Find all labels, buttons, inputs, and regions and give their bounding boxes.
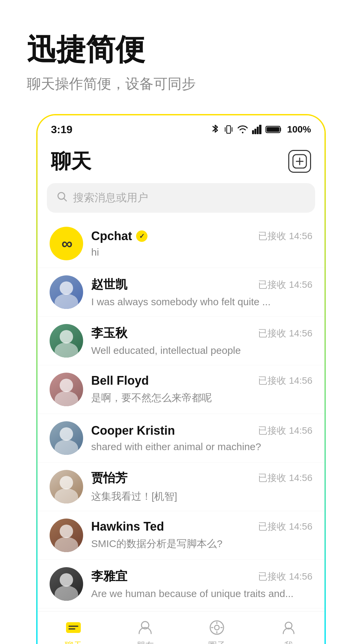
svg-rect-6 <box>259 125 261 134</box>
battery-percent: 100% <box>287 124 311 135</box>
chat-name-bf: Bell Floyd <box>91 374 149 388</box>
app-content: 聊天 搜索消息或用户 <box>38 141 324 644</box>
avatar-lyi <box>50 567 83 601</box>
avatar-lyq <box>50 324 83 358</box>
chat-name-lyi: 李雅宜 <box>91 568 127 585</box>
svg-rect-0 <box>227 126 231 133</box>
avatar-face-jyf <box>50 470 83 503</box>
phone-frame: 3:19 <box>36 114 326 644</box>
status-icons: 100% <box>210 124 311 135</box>
svg-rect-8 <box>267 127 280 132</box>
chat-body-lyi: 李雅宜 已接收 14:56 Are we human because of un… <box>91 568 312 599</box>
svg-rect-3 <box>252 130 254 134</box>
chat-meta-lyq: 已接收 14:56 <box>258 327 312 340</box>
chat-body-jyf: 贾怡芳 已接收 14:56 这集我看过！[机智] <box>91 470 312 503</box>
cpchat-logo-icon: ∞ <box>62 234 71 253</box>
nav-item-me[interactable]: 我 <box>265 618 312 644</box>
chat-item-lyi[interactable]: 李雅宜 已接收 14:56 Are we human because of un… <box>38 560 324 608</box>
bluetooth-icon <box>210 124 220 135</box>
chat-preview-zsk: I was always somebody who felt quite ... <box>91 296 312 308</box>
chat-top-ht: Hawkins Ted 已接收 14:56 <box>91 520 312 534</box>
chat-meta-ck: 已接收 14:56 <box>258 424 312 437</box>
battery-icon <box>265 125 283 134</box>
svg-point-19 <box>215 625 219 630</box>
search-placeholder: 搜索消息或用户 <box>73 191 148 205</box>
chat-preview-jyf: 这集我看过！[机智] <box>91 490 312 503</box>
nav-icon-me <box>279 618 298 637</box>
chat-preview-bf: 是啊，要不然怎么来帝都呢 <box>91 391 312 405</box>
search-bar[interactable]: 搜索消息或用户 <box>47 183 315 213</box>
chat-preview-lyq: Well educated, intellectual people <box>91 345 312 356</box>
avatar-cpchat: ∞ <box>50 227 83 260</box>
nav-item-friends[interactable]: 朋友 <box>122 618 169 644</box>
nav-icon-circle <box>207 618 226 637</box>
nav-icon-friends <box>136 618 155 637</box>
chat-item-zsk[interactable]: 赵世凯 已接收 14:56 I was always somebody who … <box>38 268 324 317</box>
nav-label-circle: 圈子 <box>208 640 226 644</box>
svg-rect-14 <box>66 622 81 633</box>
chat-meta-cpchat: 已接收 14:56 <box>258 230 312 243</box>
chat-body-lyq: 李玉秋 已接收 14:56 Well educated, intellectua… <box>91 325 312 356</box>
chat-top-cpchat: Cpchat ✓ 已接收 14:56 <box>91 229 312 243</box>
avatar-ck <box>50 421 83 455</box>
wifi-icon <box>237 125 248 134</box>
verified-badge: ✓ <box>136 230 147 242</box>
chat-body-ck: Cooper Kristin 已接收 14:56 shared with eit… <box>91 424 312 452</box>
chat-screen-title: 聊天 <box>51 148 91 175</box>
chat-name-ht: Hawkins Ted <box>91 520 164 534</box>
search-icon <box>56 191 68 205</box>
chat-top-lyi: 李雅宜 已接收 14:56 <box>91 568 312 585</box>
chat-name-zsk: 赵世凯 <box>91 276 127 293</box>
nav-label-me: 我 <box>284 640 293 644</box>
chat-top-lyq: 李玉秋 已接收 14:56 <box>91 325 312 341</box>
avatar-ht <box>50 519 83 552</box>
chat-preview-cpchat: hi <box>91 247 312 258</box>
chat-body-ht: Hawkins Ted 已接收 14:56 SMIC的数据分析是写脚本么? <box>91 520 312 551</box>
chat-top-bf: Bell Floyd 已接收 14:56 <box>91 374 312 388</box>
nav-item-chat[interactable]: 聊天 <box>50 618 97 644</box>
bottom-nav: 聊天 朋友 <box>38 611 324 644</box>
status-bar: 3:19 <box>38 115 324 141</box>
chat-top-jyf: 贾怡芳 已接收 14:56 <box>91 470 312 486</box>
chat-item-bf[interactable]: Bell Floyd 已接收 14:56 是啊，要不然怎么来帝都呢 <box>38 365 324 414</box>
avatar-face-zsk <box>50 275 83 309</box>
chat-item-ht[interactable]: Hawkins Ted 已接收 14:56 SMIC的数据分析是写脚本么? <box>38 511 324 560</box>
chat-header: 聊天 <box>38 141 324 183</box>
nav-item-circle[interactable]: 圈子 <box>193 618 240 644</box>
chat-meta-ht: 已接收 14:56 <box>258 520 312 533</box>
chat-item-jyf[interactable]: 贾怡芳 已接收 14:56 这集我看过！[机智] <box>38 463 324 511</box>
chat-item-cpchat[interactable]: ∞ Cpchat ✓ 已接收 14:56 hi <box>38 219 324 268</box>
chat-body-zsk: 赵世凯 已接收 14:56 I was always somebody who … <box>91 276 312 308</box>
chat-name-cpchat: Cpchat ✓ <box>91 229 147 243</box>
chat-item-lyq[interactable]: 李玉秋 已接收 14:56 Well educated, intellectua… <box>38 317 324 365</box>
add-chat-button[interactable] <box>288 150 311 173</box>
avatar-face-ck <box>50 421 83 455</box>
chat-name-jyf: 贾怡芳 <box>91 470 127 486</box>
avatar-bf <box>50 373 83 406</box>
chat-meta-jyf: 已接收 14:56 <box>258 472 312 484</box>
chat-body-cpchat: Cpchat ✓ 已接收 14:56 hi <box>91 229 312 258</box>
page-subtitle: 聊天操作简便，设备可同步 <box>27 74 335 94</box>
nav-label-friends: 朋友 <box>136 640 154 644</box>
chat-preview-ht: SMIC的数据分析是写脚本么? <box>91 537 312 551</box>
phone-frame-inner: 3:19 <box>38 115 324 644</box>
svg-rect-4 <box>254 129 256 134</box>
nav-label-chat: 聊天 <box>65 640 82 644</box>
avatar-face-bf <box>50 373 83 406</box>
avatar-face-ht <box>50 519 83 552</box>
vibrate-icon <box>224 124 233 135</box>
status-time: 3:19 <box>51 123 72 136</box>
chat-list: ∞ Cpchat ✓ 已接收 14:56 hi <box>38 217 324 611</box>
chat-name-lyq: 李玉秋 <box>91 325 127 341</box>
avatar-face-lyi <box>50 567 83 601</box>
chat-top-zsk: 赵世凯 已接收 14:56 <box>91 276 312 293</box>
chat-meta-lyi: 已接收 14:56 <box>258 570 312 583</box>
page-header: 迅捷简便 聊天操作简便，设备可同步 <box>0 0 362 114</box>
chat-body-bf: Bell Floyd 已接收 14:56 是啊，要不然怎么来帝都呢 <box>91 374 312 405</box>
svg-rect-5 <box>257 127 259 134</box>
chat-preview-ck: shared with either animal or machine? <box>91 441 312 452</box>
chat-meta-zsk: 已接收 14:56 <box>258 278 312 291</box>
avatar-face-lyq <box>50 324 83 358</box>
chat-item-ck[interactable]: Cooper Kristin 已接收 14:56 shared with eit… <box>38 414 324 463</box>
nav-icon-chat <box>64 618 83 637</box>
